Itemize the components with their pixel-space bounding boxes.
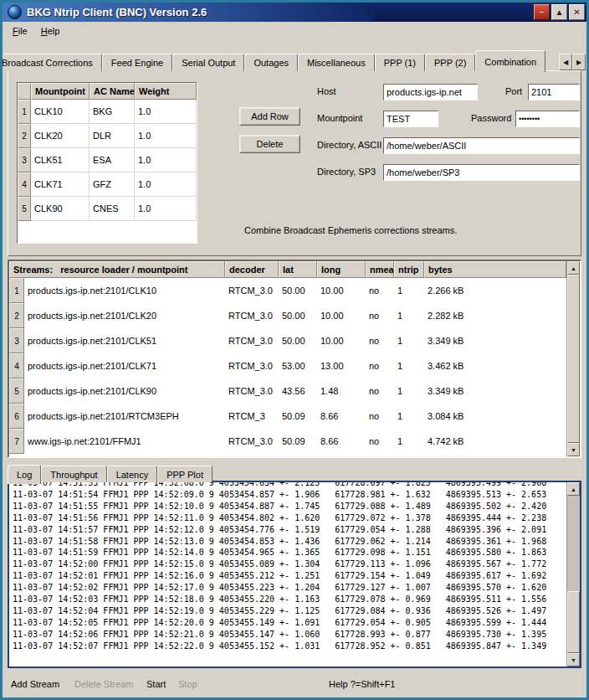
row-header[interactable]: 2 [18, 124, 31, 148]
weight-cell[interactable]: 1.0 [135, 148, 197, 172]
tab-scroll-right-button[interactable]: ▶ [572, 54, 586, 70]
menu-file[interactable]: File [6, 24, 34, 38]
stream-row[interactable]: 3 products.igs-ip.net:2101/CLK51 RTCM_3.… [9, 328, 580, 353]
stream-row[interactable]: 6 products.igs-ip.net:2101/RTCM3EPH RTCM… [9, 404, 580, 429]
delete-stream-button: Delete Stream [74, 679, 133, 689]
stream-row[interactable]: 5 products.igs-ip.net:2101/CLK90 RTCM_3.… [9, 378, 580, 404]
stream-row[interactable]: 2 products.igs-ip.net:2101/CLK20 RTCM_3.… [9, 303, 580, 328]
log-scrollbar[interactable]: ▲ ▼ [566, 482, 580, 667]
weight-cell[interactable]: 1.0 [135, 100, 197, 124]
col-header-acname[interactable]: AC Name [90, 83, 135, 100]
tab-broadcast-corrections[interactable]: Broadcast Corrections [0, 54, 102, 71]
bottom-action-bar: Add Stream Delete Stream Start Stop Help… [3, 675, 586, 697]
directory-ascii-label: Directory, ASCII [317, 140, 382, 150]
log-line: 11-03-07 14:51:53 FFMJ1 PPP 14:52:08.0 9… [13, 482, 565, 489]
tab-combination[interactable]: Combination [475, 50, 545, 72]
mountpoint-cell[interactable]: CLK71 [31, 172, 90, 197]
tab-scroll-left-button[interactable]: ◀ [559, 54, 572, 70]
scroll-up-icon[interactable]: ▲ [567, 482, 580, 496]
scrollbar-thumb[interactable] [567, 275, 580, 443]
scroll-up-icon[interactable]: ▲ [567, 261, 580, 275]
col-header-nmea[interactable]: nmea [366, 261, 394, 278]
menu-help[interactable]: Help [34, 24, 67, 38]
mountpoint-input[interactable] [383, 111, 438, 127]
left-arrow-icon: ◀ [563, 59, 568, 66]
scroll-down-icon[interactable]: ▼ [567, 653, 580, 667]
tab-outages[interactable]: Outages [244, 54, 298, 71]
scroll-down-icon[interactable]: ▼ [567, 443, 580, 456]
row-header: 7 [9, 429, 24, 454]
log-line: 11-03-07 14:52:06 FFMJ1 PPP 14:52:21.0 9… [13, 629, 565, 641]
mountpoint-cell[interactable]: CLK20 [31, 124, 90, 148]
close-button[interactable]: ✕ [569, 4, 585, 20]
col-header-long[interactable]: long [317, 261, 366, 278]
col-header-weight[interactable]: Weight [135, 83, 197, 100]
stream-lat: 50.09 [279, 404, 317, 429]
directory-sp3-input[interactable] [383, 164, 580, 181]
add-stream-button[interactable]: Add Stream [11, 679, 59, 689]
scrollbar-thumb[interactable] [567, 591, 580, 653]
acname-cell[interactable]: CNES [90, 197, 135, 221]
stream-decoder: RTCM_3.0 [225, 278, 279, 303]
tab-log[interactable]: Log [8, 465, 41, 484]
row-header[interactable]: 5 [18, 197, 31, 221]
col-header-mountpoint[interactable]: Mountpoint [31, 83, 90, 100]
mountpoint-cell[interactable]: CLK10 [31, 100, 90, 124]
stream-ntrip: 1 [394, 328, 424, 353]
tab-ppp-2[interactable]: PPP (2) [425, 54, 475, 71]
weight-cell[interactable]: 1.0 [135, 197, 197, 221]
stream-lat: 50.09 [279, 429, 317, 454]
delete-button[interactable]: Delete [239, 135, 300, 153]
weight-cell[interactable]: 1.0 [135, 172, 197, 197]
add-row-button[interactable]: Add Row [239, 107, 300, 126]
col-header-streams[interactable]: Streams: resource loader / mountpoint [9, 261, 225, 278]
host-input[interactable] [383, 84, 478, 100]
row-header: 4 [9, 353, 24, 378]
port-label: Port [505, 86, 522, 96]
stream-row[interactable]: 7 www.igs-ip.net:2101/FFMJ1 RTCM_3.0 50.… [9, 429, 580, 454]
minimize-button[interactable]: − [534, 4, 550, 20]
stream-row[interactable]: 1 products.igs-ip.net:2101/CLK10 RTCM_3.… [9, 278, 580, 303]
weight-cell[interactable]: 1.0 [135, 124, 197, 148]
acname-cell[interactable]: BKG [90, 100, 135, 124]
tab-ppp-1[interactable]: PPP (1) [375, 54, 425, 71]
acname-cell[interactable]: ESA [90, 148, 135, 172]
log-line: 11-03-07 14:51:57 FFMJ1 PPP 14:52:12.0 9… [13, 524, 565, 536]
row-header[interactable]: 1 [18, 100, 31, 124]
tab-ppp-plot[interactable]: PPP Plot [157, 466, 213, 482]
menubar: File Help [3, 22, 586, 39]
port-input[interactable] [528, 84, 580, 100]
stream-lat: 43.56 [279, 378, 317, 404]
stream-decoder: RTCM_3.0 [225, 378, 279, 404]
tab-feed-engine[interactable]: Feed Engine [102, 54, 172, 71]
mountpoint-cell[interactable]: CLK90 [31, 197, 90, 221]
tab-serial-output[interactable]: Serial Output [172, 54, 244, 71]
acname-cell[interactable]: DLR [90, 124, 135, 148]
row-header: 6 [9, 404, 24, 429]
directory-sp3-label: Directory, SP3 [317, 167, 376, 177]
mountpoint-cell[interactable]: CLK51 [31, 148, 90, 172]
col-header-lat[interactable]: lat [279, 261, 317, 278]
stream-nmea: no [366, 353, 394, 378]
tab-throughput[interactable]: Throughput [41, 466, 106, 482]
col-header-bytes[interactable]: bytes [424, 261, 566, 278]
row-header[interactable]: 4 [18, 172, 31, 197]
tab-miscellaneous[interactable]: Miscellaneous [298, 54, 375, 71]
start-button[interactable]: Start [146, 679, 166, 689]
directory-ascii-input[interactable] [383, 137, 580, 154]
password-input[interactable] [515, 111, 580, 127]
maximize-button[interactable]: ▲ [551, 4, 567, 20]
log-line: 11-03-07 14:52:05 FFMJ1 PPP 14:52:20.0 9… [13, 617, 565, 629]
help-hint: Help ?=Shift+F1 [329, 679, 396, 689]
row-header[interactable]: 3 [18, 148, 31, 172]
acname-cell[interactable]: GFZ [90, 172, 135, 197]
streams-scrollbar[interactable]: ▲ ▼ [566, 261, 580, 456]
log-line: 11-03-07 14:51:58 FFMJ1 PPP 14:52:13.0 9… [13, 536, 565, 548]
stream-row[interactable]: 4 products.igs-ip.net:2101/CLK71 RTCM_3.… [9, 353, 580, 378]
stream-bytes: 2.282 kB [424, 303, 580, 328]
col-header-decoder[interactable]: decoder [225, 261, 279, 278]
table-row: 3 CLK51 ESA 1.0 [18, 148, 197, 172]
tab-latency[interactable]: Latency [107, 466, 158, 482]
col-header-ntrip[interactable]: ntrip [394, 261, 424, 278]
titlebar[interactable]: BKG Ntrip Client (BNC) Version 2.6 − ▲ ✕ [3, 3, 586, 22]
